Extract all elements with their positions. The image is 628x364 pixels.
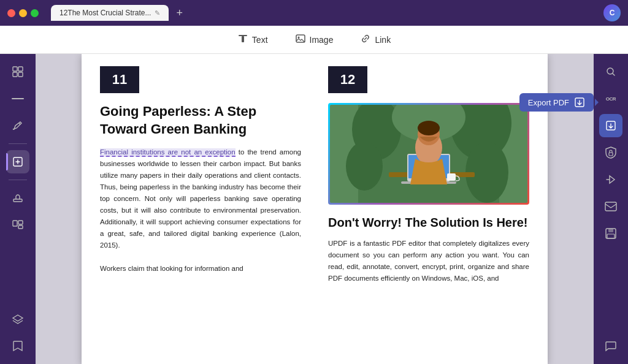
sidebar-icon-thumbnail[interactable] (6, 60, 29, 83)
svg-rect-13 (18, 221, 23, 224)
main-layout: 11 Going Paperless: A Step Toward Green … (0, 54, 628, 364)
sidebar-right-share[interactable] (599, 168, 622, 191)
svg-point-27 (418, 121, 440, 135)
svg-rect-0 (239, 35, 247, 36)
active-tab[interactable]: 12The Most Crucial Strate... ✎ (51, 5, 169, 21)
sidebar-right-export-pdf[interactable] (599, 114, 622, 137)
pdf-right-column: 12 (322, 66, 529, 352)
page-number-11: 11 (100, 66, 139, 93)
image-label: Image (310, 35, 334, 45)
tab-edit-icon[interactable]: ✎ (155, 9, 160, 17)
toolbar: Text Image Link (0, 26, 628, 54)
sidebar-icon-stamp[interactable] (6, 186, 29, 210)
sidebar-right-protect[interactable] (599, 141, 622, 164)
sidebar-divider-2 (9, 180, 27, 180)
text-label: Text (252, 35, 268, 45)
svg-rect-35 (608, 229, 613, 232)
left-sidebar (0, 54, 36, 364)
svg-rect-36 (607, 234, 615, 238)
sidebar-right-search[interactable] (599, 60, 622, 83)
sidebar-icon-annotate[interactable] (6, 114, 29, 137)
text-icon (237, 33, 248, 47)
minimize-button[interactable] (19, 9, 27, 17)
sidebar-icon-zoom-out[interactable] (6, 87, 29, 110)
export-pdf-label: Export PDF (528, 98, 569, 107)
title-bar: 12The Most Crucial Strate... ✎ + C (0, 0, 628, 26)
image-icon (295, 33, 306, 47)
page-number-12: 12 (328, 66, 367, 93)
link-icon (360, 33, 371, 47)
article-image (330, 105, 527, 203)
pdf-page: 11 Going Paperless: A Step Toward Green … (82, 54, 548, 364)
article-title: Going Paperless: A Step Toward Green Ban… (100, 103, 301, 138)
sidebar-right-ocr[interactable]: OCR (599, 87, 622, 110)
svg-point-3 (297, 36, 299, 38)
svg-rect-5 (13, 67, 17, 71)
link-tool[interactable]: Link (355, 31, 396, 49)
body-extra: Workers claim that looking for informati… (100, 265, 243, 272)
svg-point-19 (346, 142, 383, 191)
sidebar-right-comment[interactable] (599, 335, 622, 358)
body-text: to the trend among businesses worldwide … (100, 148, 301, 249)
svg-rect-8 (18, 72, 23, 77)
svg-rect-33 (605, 202, 616, 211)
highlighted-text: Financial institutions are not an except… (100, 148, 236, 157)
sidebar-icon-layers[interactable] (6, 308, 29, 331)
svg-rect-6 (18, 67, 23, 71)
section-title: Don't Worry! The Solution Is Here! (328, 214, 529, 230)
content-area: 11 Going Paperless: A Step Toward Green … (36, 54, 594, 364)
svg-rect-9 (12, 98, 24, 99)
svg-rect-1 (242, 36, 244, 42)
sidebar-right-mail[interactable] (599, 195, 622, 218)
sidebar-right-save[interactable] (599, 222, 622, 245)
svg-rect-7 (13, 72, 17, 77)
svg-point-30 (607, 68, 613, 74)
pdf-left-column: 11 Going Paperless: A Step Toward Green … (100, 66, 307, 352)
maximize-button[interactable] (31, 9, 39, 17)
close-button[interactable] (7, 9, 15, 17)
article-image-container (328, 103, 529, 205)
add-tab-button[interactable]: + (171, 7, 188, 20)
svg-rect-28 (447, 173, 456, 181)
svg-rect-12 (13, 221, 17, 226)
image-tool[interactable]: Image (290, 31, 339, 49)
export-pdf-tooltip: Export PDF (519, 93, 594, 112)
link-label: Link (375, 35, 391, 45)
svg-rect-11 (13, 199, 22, 202)
traffic-lights (7, 9, 39, 17)
right-sidebar: Export PDF OCR (594, 54, 628, 364)
svg-rect-14 (18, 226, 23, 229)
sidebar-icon-organize[interactable] (6, 213, 29, 237)
section-body: UPDF is a fantastic PDF editor that comp… (328, 238, 529, 284)
user-avatar[interactable]: C (603, 4, 621, 21)
sidebar-divider-1 (9, 143, 27, 144)
sidebar-icon-edit[interactable] (6, 150, 29, 173)
tab-label: 12The Most Crucial Strate... (59, 9, 151, 17)
tab-bar: 12The Most Crucial Strate... ✎ + (51, 5, 188, 21)
article-body: Financial institutions are not an except… (100, 146, 301, 275)
svg-rect-32 (609, 153, 613, 156)
text-tool[interactable]: Text (232, 31, 273, 49)
sidebar-icon-bookmark[interactable] (6, 335, 29, 358)
